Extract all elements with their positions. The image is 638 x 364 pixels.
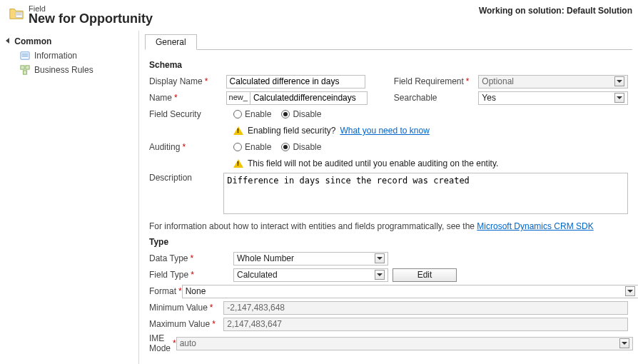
sidebar-item-information[interactable]: Information <box>0 49 138 63</box>
name-prefix: new_ <box>226 91 250 105</box>
edit-button[interactable]: Edit <box>393 268 457 282</box>
sidebar-item-business-rules[interactable]: Business Rules <box>0 63 138 77</box>
sdk-info-text: For information about how to interact wi… <box>149 221 477 231</box>
section-schema-title: Schema <box>149 60 628 70</box>
label-data-type: Data Type* <box>149 253 233 263</box>
svg-rect-4 <box>22 54 29 54</box>
label-field-security: Field Security <box>149 109 233 119</box>
chevron-down-icon <box>625 286 635 296</box>
crm-sdk-link[interactable]: Microsoft Dynamics CRM SDK <box>477 221 593 231</box>
label-display-name: Display Name* <box>149 76 226 86</box>
radio-checked-icon <box>281 143 290 151</box>
chevron-down-icon <box>375 253 385 263</box>
label-searchable: Searchable <box>394 93 479 103</box>
solution-context: Working on solution: Default Solution <box>479 4 632 16</box>
radio-checked-icon <box>281 110 290 118</box>
collapse-arrow-icon <box>6 38 9 44</box>
warning-icon <box>233 126 243 135</box>
label-description: Description <box>149 173 223 183</box>
business-rules-icon <box>20 65 30 75</box>
chevron-down-icon <box>614 93 624 103</box>
name-input[interactable] <box>250 91 368 105</box>
field-requirement-select[interactable]: Optional <box>478 75 628 89</box>
field-type-select[interactable]: Calculated <box>233 268 388 282</box>
sidebar: Common Information Business Rules <box>0 31 139 364</box>
label-format: Format* <box>149 286 182 296</box>
chevron-down-icon <box>614 76 624 86</box>
auditing-warning-text: This field will not be audited until you… <box>248 158 498 168</box>
warning-icon <box>233 159 243 168</box>
field-folder-icon <box>9 6 24 21</box>
label-min-value: Minimum Value* <box>149 303 223 313</box>
information-icon <box>20 51 30 61</box>
chevron-down-icon <box>619 338 629 348</box>
svg-rect-6 <box>21 66 24 69</box>
svg-rect-5 <box>22 56 29 56</box>
searchable-select[interactable]: Yes <box>478 91 628 105</box>
min-value-input[interactable] <box>223 301 628 315</box>
svg-rect-7 <box>26 66 29 69</box>
field-security-warning-text: Enabling field security? <box>248 126 335 136</box>
radio-icon <box>233 143 242 151</box>
sidebar-item-label: Information <box>34 51 77 61</box>
field-security-disable-radio[interactable]: Disable <box>281 109 321 119</box>
format-select[interactable]: None <box>182 285 638 298</box>
section-type-title: Type <box>149 237 628 247</box>
tab-general[interactable]: General <box>145 34 197 50</box>
chevron-down-icon <box>375 270 385 280</box>
label-name: Name* <box>149 93 226 103</box>
label-field-requirement: Field Requirement* <box>394 76 479 86</box>
field-security-enable-radio[interactable]: Enable <box>233 109 271 119</box>
auditing-disable-radio[interactable]: Disable <box>281 142 321 152</box>
display-name-input[interactable] <box>226 75 365 89</box>
label-ime-mode: IME Mode* <box>149 333 176 353</box>
sidebar-item-label: Business Rules <box>34 65 93 75</box>
label-field-type: Field Type* <box>149 270 233 280</box>
label-auditing: Auditing* <box>149 142 233 152</box>
ime-mode-select[interactable]: auto <box>176 337 633 350</box>
data-type-select[interactable]: Whole Number <box>233 252 388 266</box>
field-security-info-link[interactable]: What you need to know <box>340 126 429 136</box>
page-title: New for Opportunity <box>29 11 153 26</box>
label-max-value: Maximum Value* <box>149 319 223 329</box>
radio-icon <box>233 110 242 118</box>
description-textarea[interactable] <box>223 173 628 214</box>
svg-rect-8 <box>23 71 26 74</box>
auditing-enable-radio[interactable]: Enable <box>233 142 271 152</box>
max-value-input[interactable] <box>223 318 628 331</box>
sidebar-group-common[interactable]: Common <box>0 35 138 49</box>
